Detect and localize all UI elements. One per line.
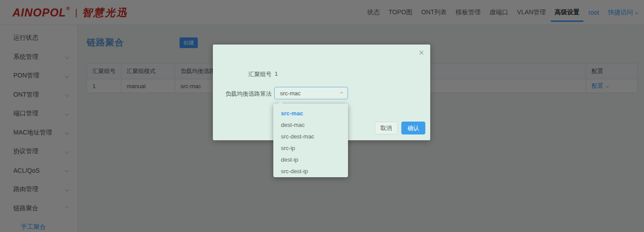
algorithm-select-value: src-mac xyxy=(280,90,300,97)
dropdown-option-dest-mac[interactable]: dest-mac xyxy=(273,119,348,131)
dropdown-option-dest-ip[interactable]: dest-ip xyxy=(273,154,348,166)
chevron-up-icon xyxy=(340,91,343,94)
algorithm-label: 负载均衡选路算法 xyxy=(218,90,272,98)
dropdown-option-src-dest-mac[interactable]: src-dest-mac xyxy=(273,131,348,142)
dropdown-option-src-ip[interactable]: src-ip xyxy=(273,142,348,154)
app-screen: AINOPOL ® | 智慧光迅 状态 TOPO图 ONT列表 模板管理 虚端口… xyxy=(0,0,644,232)
cancel-button[interactable]: 取消 xyxy=(375,122,398,134)
algorithm-dropdown: src-mac dest-mac src-dest-mac src-ip des… xyxy=(273,104,348,177)
algorithm-select[interactable]: src-mac xyxy=(274,87,348,99)
group-id-value: 1 xyxy=(275,70,278,77)
close-icon[interactable]: × xyxy=(419,48,424,57)
dropdown-option-src-mac[interactable]: src-mac xyxy=(273,108,348,119)
dropdown-option-src-dest-ip[interactable]: src-dest-ip xyxy=(273,166,348,177)
group-id-label: 汇聚组号 xyxy=(218,70,272,78)
confirm-button[interactable]: 确认 xyxy=(401,122,425,134)
